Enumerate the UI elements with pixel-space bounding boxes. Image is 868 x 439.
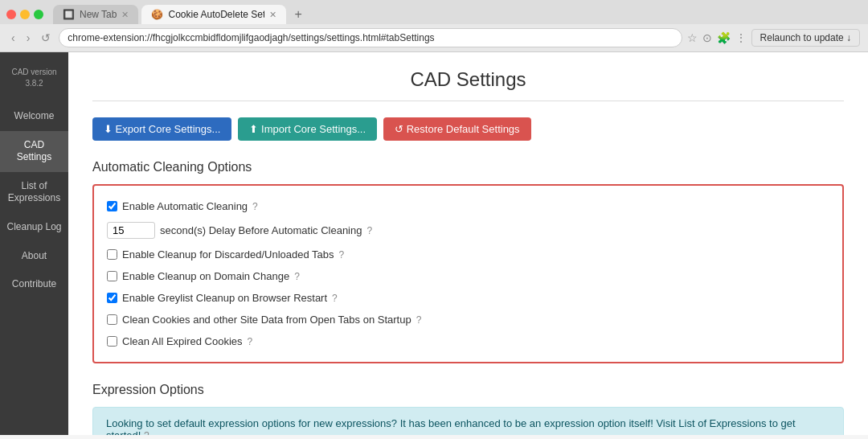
sidebar: CAD version 3.8.2 Welcome CAD Settings L… [0,52,68,435]
relaunch-button[interactable]: Relaunch to update ↓ [751,29,860,47]
page-title: CAD Settings [92,68,844,101]
minimize-traffic-light[interactable] [20,10,30,19]
maximize-traffic-light[interactable] [34,10,43,19]
account-icon[interactable]: ⊙ [702,31,712,44]
help-icon-greylist[interactable]: ? [332,293,338,304]
extensions-icon[interactable]: 🧩 [717,31,731,44]
label-cleanup-discarded: Enable Cleanup for Discarded/Unloaded Ta… [122,248,334,261]
help-icon-enable-auto-clean[interactable]: ? [252,201,258,212]
sidebar-item-welcome[interactable]: Welcome [0,102,68,131]
checkbox-cleanup-domain[interactable] [107,271,117,281]
address-icons: ☆ ⊙ 🧩 ⋮ [687,31,747,44]
app-container: CAD version 3.8.2 Welcome CAD Settings L… [0,52,868,435]
traffic-lights [6,10,43,19]
new-tab-button[interactable]: + [289,6,306,23]
option-enable-auto-clean: Enable Automatic Cleaning ? [107,195,829,217]
tab-bar: 🔲 New Tab ✕ 🍪 Cookie AutoDelete Settings… [0,0,868,24]
expression-options-text: Looking to set default expression option… [106,417,796,435]
help-icon-expired-cookies[interactable]: ? [248,336,253,347]
label-delay: second(s) Delay Before Automatic Cleanin… [160,224,362,236]
checkbox-cleanup-discarded[interactable] [107,249,117,260]
expression-options-section: Expression Options Looking to set defaul… [92,383,844,435]
label-greylist: Enable Greylist Cleanup on Browser Resta… [122,292,327,304]
menu-icon[interactable]: ⋮ [735,31,747,44]
star-icon[interactable]: ☆ [687,31,698,44]
back-button[interactable]: ‹ [8,30,18,46]
sidebar-version: CAD version 3.8.2 [0,60,68,102]
auto-clean-section: Automatic Cleaning Options Enable Automa… [92,160,844,363]
address-bar: ‹ › ↺ ☆ ⊙ 🧩 ⋮ Relaunch to update ↓ [0,24,868,51]
delay-input[interactable] [107,222,155,239]
restore-defaults-button[interactable]: ↺ Restore Default Settings [383,117,531,141]
sidebar-item-cad-settings[interactable]: CAD Settings [0,131,68,172]
auto-clean-options-box: Enable Automatic Cleaning ? second(s) De… [92,184,844,363]
version-label: CAD version [11,68,56,76]
address-input[interactable] [59,28,682,47]
close-traffic-light[interactable] [6,10,16,19]
checkbox-open-tabs-startup[interactable] [107,314,117,325]
option-cleanup-discarded: Enable Cleanup for Discarded/Unloaded Ta… [107,244,829,265]
option-greylist: Enable Greylist Cleanup on Browser Resta… [107,287,829,309]
checkbox-expired-cookies[interactable] [107,336,117,347]
browser-chrome: 🔲 New Tab ✕ 🍪 Cookie AutoDelete Settings… [0,0,868,52]
tab-favicon: 🔲 [63,9,75,20]
help-icon-open-tabs-startup[interactable]: ? [416,314,422,326]
checkbox-greylist[interactable] [107,293,117,303]
auto-clean-title: Automatic Cleaning Options [92,160,844,174]
sidebar-item-list-of-expressions[interactable]: List of Expressions [0,172,68,213]
tab-title-new-tab: New Tab [80,9,117,20]
action-buttons: ⬇ Export Core Settings... ⬆ Import Core … [92,117,844,141]
sidebar-item-about[interactable]: About [0,242,68,271]
tab-new-tab[interactable]: 🔲 New Tab ✕ [53,5,138,24]
help-icon-cleanup-discarded[interactable]: ? [339,249,345,261]
sidebar-item-cleanup-log[interactable]: Cleanup Log [0,213,68,242]
reload-button[interactable]: ↺ [38,30,54,46]
option-expired-cookies: Clean All Expired Cookies ? [107,330,829,352]
expression-options-info: Looking to set default expression option… [92,407,844,435]
option-delay: second(s) Delay Before Automatic Cleanin… [107,217,829,244]
help-icon-delay[interactable]: ? [366,225,372,236]
label-cleanup-domain: Enable Cleanup on Domain Change [122,270,289,282]
help-icon-cleanup-domain[interactable]: ? [294,271,300,282]
checkbox-enable-auto-clean[interactable] [107,201,117,211]
forward-button[interactable]: › [23,30,34,46]
tab-cad-settings[interactable]: 🍪 Cookie AutoDelete Settings ✕ [141,5,286,24]
tab-title-cad: Cookie AutoDelete Settings [168,9,264,20]
label-enable-auto-clean: Enable Automatic Cleaning [122,200,248,212]
option-cleanup-domain: Enable Cleanup on Domain Change ? [107,265,829,287]
import-button[interactable]: ⬆ Import Core Settings... [238,117,377,141]
tab-favicon-cad: 🍪 [151,9,163,20]
option-open-tabs-startup: Clean Cookies and other Site Data from O… [107,309,829,330]
expression-options-title: Expression Options [92,383,844,397]
tab-close-new-tab[interactable]: ✕ [121,10,129,20]
label-open-tabs-startup: Clean Cookies and other Site Data from O… [122,314,411,326]
label-expired-cookies: Clean All Expired Cookies [122,335,243,347]
help-icon-expression[interactable]: ? [144,430,149,435]
export-button[interactable]: ⬇ Export Core Settings... [92,117,231,141]
version-number: 3.8.2 [25,79,43,88]
main-content: CAD Settings ⬇ Export Core Settings... ⬆… [68,52,868,435]
sidebar-item-contribute[interactable]: Contribute [0,270,68,299]
tab-close-cad[interactable]: ✕ [269,10,276,20]
